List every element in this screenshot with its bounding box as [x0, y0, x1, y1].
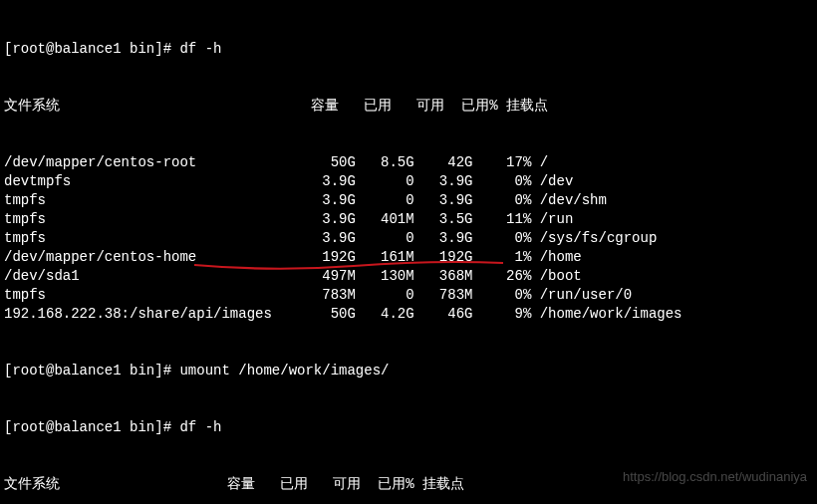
df-row: devtmpfs 3.9G 0 3.9G 0% /dev: [4, 172, 813, 191]
prompt-line-3: [root@balance1 bin]# df -h: [4, 418, 813, 437]
df-row: /dev/mapper/centos-home 192G 161M 192G 1…: [4, 248, 813, 267]
terminal-output[interactable]: [root@balance1 bin]# df -h 文件系统 容量 已用 可用…: [0, 0, 817, 504]
df-row: 192.168.222.38:/share/api/images 50G 4.2…: [4, 305, 813, 324]
df-header-1: 文件系统 容量 已用 可用 已用% 挂载点: [4, 97, 813, 116]
watermark-text: https://blog.csdn.net/wudinaniya: [623, 467, 807, 486]
prompt-line-2: [root@balance1 bin]# umount /home/work/i…: [4, 362, 813, 380]
df-row: /dev/sda1 497M 130M 368M 26% /boot: [4, 267, 813, 286]
df-row: tmpfs 783M 0 783M 0% /run/user/0: [4, 286, 813, 305]
df-row: tmpfs 3.9G 0 3.9G 0% /dev/shm: [4, 191, 813, 210]
prompt-line-1: [root@balance1 bin]# df -h: [4, 40, 813, 59]
df-row: tmpfs 3.9G 401M 3.5G 11% /run: [4, 210, 813, 229]
df-row: tmpfs 3.9G 0 3.9G 0% /sys/fs/cgroup: [4, 229, 813, 248]
df-row: /dev/mapper/centos-root 50G 8.5G 42G 17%…: [4, 153, 813, 172]
